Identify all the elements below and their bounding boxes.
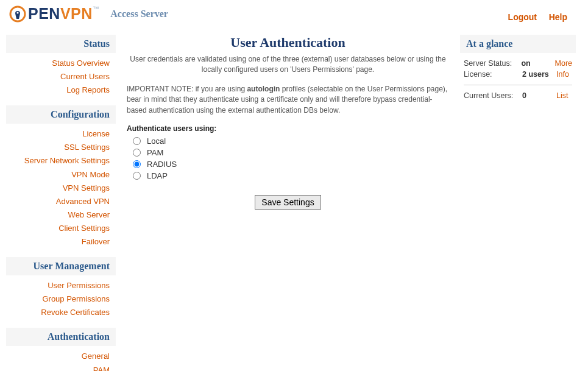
glance-val: 0 xyxy=(522,91,556,100)
nav-section-configuration: Configuration xyxy=(6,105,116,124)
auth-radio-local[interactable] xyxy=(133,137,141,145)
nav-item-advanced-vpn[interactable]: Advanced VPN xyxy=(12,195,110,208)
glance-link-list[interactable]: List xyxy=(556,91,568,100)
nav-item-web-server[interactable]: Web Server xyxy=(12,208,110,222)
nav-item-revoke-certificates[interactable]: Revoke Certificates xyxy=(12,306,110,319)
important-note: IMPORTANT NOTE: if you are using autolog… xyxy=(127,84,449,116)
nav-item-client-settings[interactable]: Client Settings xyxy=(12,222,110,235)
nav-item-ssl-settings[interactable]: SSL Settings xyxy=(12,141,110,154)
glance-row-server-status: Server Status: on More xyxy=(464,58,572,69)
auth-label-local[interactable]: Local xyxy=(147,136,166,146)
nav-section-status: Status xyxy=(6,35,116,53)
glance-key: Current Users: xyxy=(464,91,522,100)
page-description: User credentials are validated using one… xyxy=(127,54,449,76)
main-content: User Authentication User credentials are… xyxy=(116,29,460,371)
nav-item-log-reports[interactable]: Log Reports xyxy=(12,83,110,97)
nav-item-vpn-mode[interactable]: VPN Mode xyxy=(12,168,110,182)
glance-val: 2 users xyxy=(522,70,556,79)
auth-form-label: Authenticate users using: xyxy=(127,124,449,133)
nav-item-user-permissions[interactable]: User Permissions xyxy=(12,279,110,292)
glance-title: At a glance xyxy=(460,35,576,53)
openvpn-logo-icon xyxy=(9,5,26,23)
nav-item-current-users[interactable]: Current Users xyxy=(12,70,110,83)
glance-key: Server Status: xyxy=(464,59,521,68)
logout-link[interactable]: Logout xyxy=(508,12,537,22)
glance-link-info[interactable]: Info xyxy=(556,70,569,79)
help-link[interactable]: Help xyxy=(549,12,567,22)
brand-text: PENVPN™ xyxy=(28,5,99,23)
glance-row-current-users: Current Users: 0 List xyxy=(464,90,572,101)
nav-item-server-network-settings[interactable]: Server Network Settings xyxy=(12,154,110,168)
nav-item-general[interactable]: General xyxy=(12,350,110,363)
nav-item-group-permissions[interactable]: Group Permissions xyxy=(12,292,110,306)
nav-section-user-management: User Management xyxy=(6,257,116,275)
nav-section-authentication: Authentication xyxy=(6,328,116,346)
header: PENVPN™ Access Server Logout Help xyxy=(0,0,588,29)
auth-label-ldap[interactable]: LDAP xyxy=(147,171,168,180)
glance-panel: At a glance Server Status: on More Licen… xyxy=(460,29,582,371)
auth-option-ldap: LDAP xyxy=(127,170,449,182)
auth-option-local: Local xyxy=(127,135,449,147)
header-links: Logout Help xyxy=(498,12,567,22)
page-title: User Authentication xyxy=(127,35,449,51)
auth-radio-pam[interactable] xyxy=(133,149,141,157)
auth-label-pam[interactable]: PAM xyxy=(147,148,163,157)
save-settings-button[interactable]: Save Settings xyxy=(255,195,321,210)
auth-radio-radius[interactable] xyxy=(133,160,141,168)
logo: PENVPN™ Access Server xyxy=(9,5,168,23)
nav-item-pam[interactable]: PAM xyxy=(12,364,110,372)
auth-option-pam: PAM xyxy=(127,147,449,158)
auth-option-radius: RADIUS xyxy=(127,158,449,170)
auth-radio-ldap[interactable] xyxy=(133,172,141,180)
product-name: Access Server xyxy=(110,9,168,19)
sidebar: Status Status Overview Current Users Log… xyxy=(6,29,116,371)
glance-link-more[interactable]: More xyxy=(555,59,572,68)
nav-item-vpn-settings[interactable]: VPN Settings xyxy=(12,182,110,195)
glance-row-license: License: 2 users Info xyxy=(464,69,572,80)
auth-label-radius[interactable]: RADIUS xyxy=(147,160,177,169)
glance-divider xyxy=(464,85,572,85)
nav-item-failover[interactable]: Failover xyxy=(12,235,110,249)
svg-point-1 xyxy=(16,12,18,13)
glance-val: on xyxy=(521,59,554,68)
nav-item-license[interactable]: License xyxy=(12,127,110,141)
glance-key: License: xyxy=(464,70,522,79)
nav-item-status-overview[interactable]: Status Overview xyxy=(12,57,110,70)
